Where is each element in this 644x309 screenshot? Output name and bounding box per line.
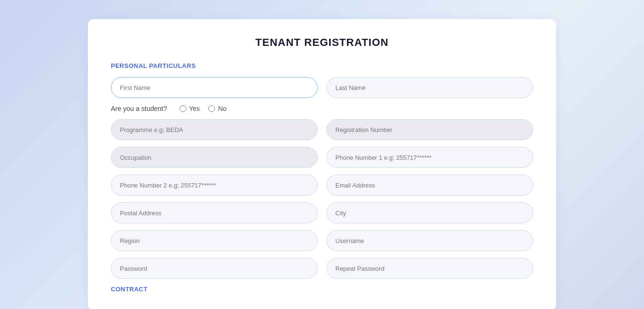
- name-row: [111, 77, 533, 98]
- city-input[interactable]: [326, 202, 533, 223]
- programme-input[interactable]: [111, 119, 318, 140]
- password-input[interactable]: [111, 258, 318, 279]
- student-no-radio[interactable]: [208, 105, 215, 112]
- repeat-password-input[interactable]: [326, 258, 533, 279]
- postal-address-input[interactable]: [111, 202, 318, 223]
- phone2-email-row: [111, 175, 533, 196]
- phone1-input[interactable]: [326, 147, 533, 168]
- address-city-row: [111, 202, 533, 223]
- student-yes-label[interactable]: Yes: [189, 105, 200, 112]
- email-input[interactable]: [326, 175, 533, 196]
- student-yes-radio-group: Yes: [180, 105, 200, 112]
- contract-heading: CONTRACT: [111, 286, 533, 293]
- student-row: Are you a student? Yes No: [111, 105, 533, 112]
- registration-number-input[interactable]: [326, 119, 533, 140]
- password-row: [111, 258, 533, 279]
- phone2-input[interactable]: [111, 175, 318, 196]
- personal-particulars-heading: PERSONAL PARTICULARS: [111, 62, 533, 69]
- student-question-label: Are you a student?: [111, 105, 167, 112]
- last-name-input[interactable]: [326, 77, 533, 98]
- occupation-input[interactable]: [111, 147, 318, 168]
- page-title: TENANT REGISTRATION: [111, 36, 533, 49]
- student-no-radio-group: No: [208, 105, 226, 112]
- username-input[interactable]: [326, 230, 533, 251]
- first-name-input[interactable]: [111, 77, 318, 98]
- student-yes-radio[interactable]: [180, 105, 186, 112]
- region-input[interactable]: [111, 230, 318, 251]
- student-no-label[interactable]: No: [218, 105, 226, 112]
- occupation-phone1-row: [111, 147, 533, 168]
- registration-form: TENANT REGISTRATION PERSONAL PARTICULARS…: [88, 19, 556, 309]
- region-username-row: [111, 230, 533, 251]
- programme-row: [111, 119, 533, 140]
